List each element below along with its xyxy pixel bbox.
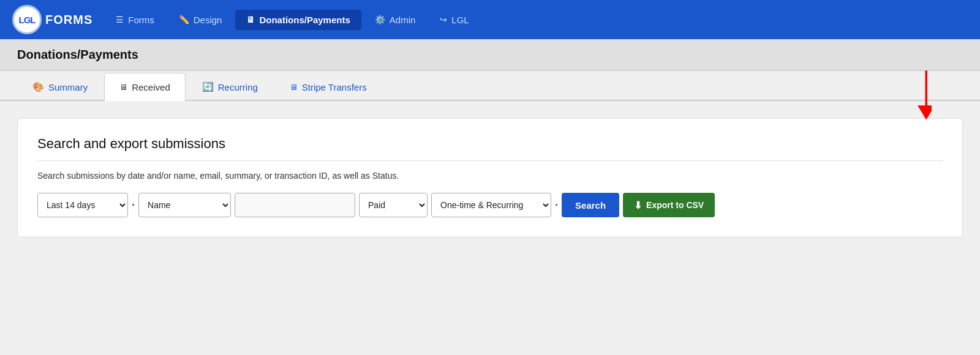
search-controls: Last 14 days Last 30 days Last 60 days L… <box>37 193 943 217</box>
search-card-title: Search and export submissions <box>37 136 943 161</box>
lgl-icon: ↪ <box>440 15 447 24</box>
status-select[interactable]: Paid Pending Failed All <box>359 193 428 217</box>
logo: LGL FORMS <box>12 5 92 34</box>
nav-admin[interactable]: ⚙️ Admin <box>364 10 427 30</box>
admin-icon: ⚙️ <box>375 15 385 24</box>
page-header: Donations/Payments <box>0 39 980 71</box>
nav-donations[interactable]: 🖥 Donations/Payments <box>235 10 361 30</box>
tab-summary-label: Summary <box>48 82 88 92</box>
tab-recurring[interactable]: 🔄 Recurring <box>187 72 273 101</box>
tab-received-label: Received <box>132 82 170 92</box>
design-icon: ✏️ <box>179 15 189 24</box>
search-card: Search and export submissions Search sub… <box>17 118 963 237</box>
export-button-label: Export to CSV <box>646 200 704 210</box>
nav-design-label: Design <box>194 15 222 25</box>
nav-lgl-label: LGL <box>451 15 469 25</box>
export-icon: ⬇ <box>634 200 642 211</box>
nav-forms-label: Forms <box>128 15 154 25</box>
tab-summary[interactable]: 🎨 Summary <box>17 72 103 101</box>
search-button[interactable]: Search <box>562 193 619 217</box>
nav-forms[interactable]: ☰ Forms <box>105 10 165 30</box>
page-title: Donations/Payments <box>17 48 963 62</box>
search-text-input[interactable] <box>235 193 355 217</box>
stripe-icon: 🖥 <box>290 83 298 92</box>
nav-design[interactable]: ✏️ Design <box>168 10 233 30</box>
tab-received[interactable]: 🖥 Received <box>104 73 186 101</box>
nav-lgl[interactable]: ↪ LGL <box>429 10 480 30</box>
logo-text: LGL <box>19 15 36 25</box>
date-select[interactable]: Last 14 days Last 30 days Last 60 days L… <box>37 193 128 217</box>
tab-stripe[interactable]: 🖥 Stripe Transfers <box>274 73 382 101</box>
logo-forms-text: FORMS <box>45 13 92 27</box>
received-icon: 🖥 <box>119 83 127 92</box>
logo-circle: LGL <box>12 5 42 34</box>
tabs-container: 🎨 Summary 🖥 Received 🔄 Recurring 🖥 Strip… <box>0 71 980 101</box>
donations-icon: 🖥 <box>246 15 255 24</box>
search-button-label: Search <box>575 200 606 211</box>
tab-recurring-label: Recurring <box>218 82 258 92</box>
navbar: LGL FORMS ☰ Forms ✏️ Design 🖥 Donations/… <box>0 0 980 39</box>
field-select[interactable]: Name Email Summary Transaction ID <box>138 193 231 217</box>
export-csv-button[interactable]: ⬇ Export to CSV <box>623 193 715 217</box>
type-select[interactable]: One-time & Recurring One-time only Recur… <box>431 193 551 217</box>
search-description: Search submissions by date and/or name, … <box>37 171 943 181</box>
dot-separator-2: · <box>555 200 558 211</box>
nav-donations-label: Donations/Payments <box>259 15 350 25</box>
tab-stripe-label: Stripe Transfers <box>302 82 367 92</box>
summary-icon: 🎨 <box>32 81 44 92</box>
nav-admin-label: Admin <box>390 15 416 25</box>
forms-icon: ☰ <box>116 15 124 24</box>
recurring-icon: 🔄 <box>202 81 214 92</box>
dot-separator-1: · <box>132 200 135 211</box>
main-content: Search and export submissions Search sub… <box>0 101 980 355</box>
